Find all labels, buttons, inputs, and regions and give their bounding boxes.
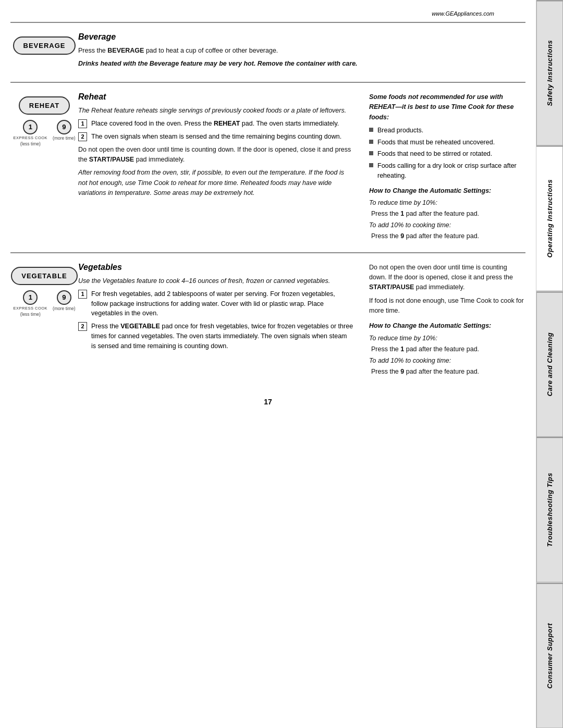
reheat-num-9[interactable]: 9 [57, 120, 71, 134]
beverage-warning: Drinks heated with the Beverage feature … [78, 59, 515, 69]
vegetables-step-1: 1 For fresh vegetables, add 2 tablespoon… [78, 289, 353, 318]
vegetables-more-time: (more time) [53, 306, 75, 311]
reheat-right: Some foods not recommended for use with … [364, 92, 525, 243]
reheat-add-label: To add 10% to cooking time: [369, 220, 525, 230]
bullet-icon-2 [369, 140, 373, 144]
reheat-bullet-2-text: Foods that must be reheated uncovered. [377, 138, 495, 147]
tab-care-cleaning[interactable]: Care and Cleaning [536, 291, 563, 437]
reheat-step-1: 1 Place covered food in the oven. Press … [78, 119, 353, 129]
bullet-icon-1 [369, 128, 373, 132]
bullet-icon-4 [369, 163, 373, 167]
reheat-bullet-3-text: Foods that need to be stirred or rotated… [377, 149, 492, 159]
beverage-button[interactable]: BEVERAGE [13, 36, 76, 55]
tab-safety-instructions[interactable]: Safety Instructions [536, 0, 563, 145]
tab-troubleshooting-tips[interactable]: Troubleshooting Tips [536, 437, 563, 582]
beverage-middle: Beverage Press the BEVERAGE pad to heat … [78, 32, 525, 72]
reheat-how-to-header: How to Change the Automatic Settings: [369, 186, 525, 196]
vegetables-section: VEGETABLE 1 EXPRESS COOK (less time) 9 (… [10, 252, 525, 388]
reheat-express-label: EXPRESS COOK [13, 135, 47, 140]
step-num-1: 1 [78, 119, 87, 128]
reheat-intro: The Reheat feature reheats single servin… [78, 106, 353, 116]
main-content: www.GEAppliances.com BEVERAGE Beverage P… [0, 0, 536, 728]
vegetables-door-warning: Do not open the oven door until time is … [369, 263, 525, 293]
vegetables-express-less: 1 EXPRESS COOK (less time) [13, 290, 47, 317]
vegetables-add-text: Press the 9 pad after the feature pad. [371, 367, 525, 377]
reheat-bullet-list: Bread products. Foods that must be rehea… [369, 126, 525, 181]
vegetables-how-to: How to Change the Automatic Settings: To… [369, 321, 525, 377]
vegetables-less-time: (less time) [20, 312, 41, 317]
step-num-2: 2 [78, 132, 87, 141]
bullet-icon-3 [369, 151, 373, 155]
reheat-reduce-label: To reduce time by 10%: [369, 198, 525, 208]
reheat-step-2: 2 The oven signals when steam is sensed … [78, 132, 353, 142]
reheat-more-time: (more time) [53, 135, 75, 141]
reheat-add-text: Press the 9 pad after the feature pad. [371, 231, 525, 241]
page-number: 17 [10, 398, 525, 416]
vegetables-title: Vegetables [78, 263, 353, 272]
reheat-express-less: 1 EXPRESS COOK (less time) [13, 120, 47, 146]
reheat-express-row: 1 EXPRESS COOK (less time) 9 (more time) [13, 120, 75, 146]
reheat-bullet-3: Foods that need to be stirred or rotated… [369, 149, 525, 159]
reheat-step-1-text: Place covered food in the oven. Press th… [91, 119, 339, 129]
reheat-bullet-2: Foods that must be reheated uncovered. [369, 138, 525, 147]
reheat-steps: 1 Place covered food in the oven. Press … [78, 119, 353, 142]
vegetables-express-row: 1 EXPRESS COOK (less time) 9 (more time) [13, 290, 75, 317]
reheat-how-to: How to Change the Automatic Settings: To… [369, 186, 525, 242]
vegetables-add-label: To add 10% to cooking time: [369, 356, 525, 366]
reheat-num-1[interactable]: 1 [23, 120, 38, 134]
reheat-door-warning: Do not open the oven door until time is … [78, 145, 353, 165]
side-tabs: Safety Instructions Operating Instructio… [536, 0, 563, 728]
reheat-middle: Reheat The Reheat feature reheats single… [78, 92, 364, 243]
vegetables-italic-note: If food is not done enough, use Time Coo… [369, 296, 525, 316]
vegetables-button-area: VEGETABLE 1 EXPRESS COOK (less time) 9 (… [10, 263, 78, 378]
reheat-italic-note: After removing food from the oven, stir,… [78, 168, 353, 198]
vegetables-how-to-header: How to Change the Automatic Settings: [369, 321, 525, 331]
veg-step-num-2: 2 [78, 322, 87, 331]
vegetables-express-label: EXPRESS COOK [13, 306, 47, 311]
vegetables-num-9[interactable]: 9 [57, 290, 71, 305]
reheat-express-more: 9 (more time) [53, 120, 75, 141]
vegetables-step-2-text: Press the VEGETABLE pad once for fresh v… [91, 322, 353, 351]
beverage-title: Beverage [78, 32, 515, 42]
vegetables-right: Do not open the oven door until time is … [364, 263, 525, 378]
reheat-step-2-text: The oven signals when steam is sensed an… [91, 132, 341, 142]
page-wrapper: www.GEAppliances.com BEVERAGE Beverage P… [0, 0, 563, 728]
reheat-title: Reheat [78, 92, 353, 102]
beverage-button-area: BEVERAGE [10, 32, 78, 72]
vegetables-num-1[interactable]: 1 [23, 290, 38, 305]
beverage-section: BEVERAGE Beverage Press the BEVERAGE pad… [10, 22, 525, 82]
reheat-reduce-text: Press the 1 pad after the feature pad. [371, 209, 525, 219]
vegetables-reduce-text: Press the 1 pad after the feature pad. [371, 344, 525, 354]
reheat-section: REHEAT 1 EXPRESS COOK (less time) 9 (mor… [10, 82, 525, 252]
tab-operating-instructions[interactable]: Operating Instructions [536, 145, 563, 291]
reheat-bullet-4: Foods calling for a dry look or crisp su… [369, 161, 525, 181]
vegetables-middle: Vegetables Use the Vegetables feature to… [78, 263, 364, 378]
reheat-button[interactable]: REHEAT [19, 96, 70, 115]
vegetables-reduce-label: To reduce time by 10%: [369, 334, 525, 343]
vegetables-steps: 1 For fresh vegetables, add 2 tablespoon… [78, 289, 353, 351]
reheat-button-area: REHEAT 1 EXPRESS COOK (less time) 9 (mor… [10, 92, 78, 243]
vegetables-express-more: 9 (more time) [53, 290, 75, 311]
vegetable-button[interactable]: VEGETABLE [11, 267, 78, 285]
vegetables-intro: Use the Vegetables feature to cook 4–16 … [78, 276, 353, 286]
reheat-not-recommended-header: Some foods not recommended for use with … [369, 92, 525, 122]
beverage-intro: Press the BEVERAGE pad to heat a cup of … [78, 46, 515, 56]
website-url: www.GEAppliances.com [10, 10, 525, 17]
reheat-bullet-4-text: Foods calling for a dry look or crisp su… [377, 161, 525, 181]
reheat-bullet-1-text: Bread products. [377, 126, 423, 135]
vegetables-step-2: 2 Press the VEGETABLE pad once for fresh… [78, 322, 353, 351]
reheat-bullet-1: Bread products. [369, 126, 525, 135]
reheat-less-time: (less time) [20, 141, 41, 146]
tab-consumer-support[interactable]: Consumer Support [536, 583, 563, 728]
vegetables-step-1-text: For fresh vegetables, add 2 tablespoons … [91, 289, 353, 318]
veg-step-num-1: 1 [78, 290, 87, 299]
